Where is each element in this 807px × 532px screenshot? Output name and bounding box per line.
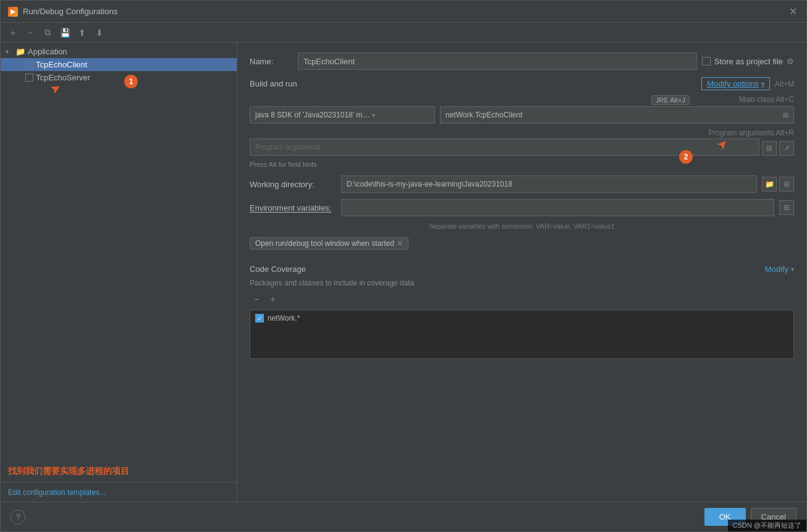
working-dir-actions: 📁 ⊞ bbox=[762, 177, 794, 192]
main-class-shortcut: Main class Alt+C bbox=[739, 95, 794, 105]
env-vars-row: Environment variables: ⊞ bbox=[250, 199, 794, 216]
tree-item-tcpechoserver[interactable]: TcpEchoServer bbox=[1, 71, 237, 84]
sdk-value: java 8 SDK of 'Java20231018' m… bbox=[255, 111, 370, 119]
modify-options-shortcut: Alt+M bbox=[775, 80, 794, 88]
coverage-modify-link[interactable]: Modify bbox=[765, 264, 788, 274]
build-run-header: Build and run Modify options ▾ Alt+M bbox=[250, 77, 794, 90]
watermark: CSDN @不能再短这了 bbox=[728, 520, 806, 531]
working-dir-browse-btn[interactable]: 📁 bbox=[762, 177, 777, 192]
bottom-bar: ? OK Cancel bbox=[1, 502, 806, 531]
program-args-expand-btn[interactable]: ⊞ bbox=[762, 141, 777, 156]
add-config-button[interactable]: + bbox=[6, 25, 20, 40]
config-tree: ▾ 📁 Application TcpEchoClient TcpEchoSer… bbox=[1, 43, 237, 461]
move-up-button[interactable]: ⬆ bbox=[75, 25, 90, 40]
gear-icon[interactable]: ⚙ bbox=[787, 57, 794, 66]
remove-config-button[interactable]: − bbox=[23, 25, 38, 40]
env-vars-input[interactable] bbox=[341, 199, 774, 216]
collapse-arrow-icon: ▾ bbox=[6, 48, 13, 55]
env-vars-label: Environment variables: bbox=[250, 203, 336, 213]
store-project-file-checkbox[interactable] bbox=[702, 57, 711, 65]
sdk-select[interactable]: java 8 SDK of 'Java20231018' m… ▾ bbox=[250, 106, 435, 124]
annotation-text: 找到我们需要实现多进程的项目 bbox=[1, 461, 237, 482]
sdk-dropdown-icon: ▾ bbox=[372, 112, 375, 119]
move-down-button[interactable]: ⬇ bbox=[92, 25, 107, 40]
program-args-shortcut-row: Program arguments Alt+R bbox=[250, 129, 794, 137]
app-icon: ▶ bbox=[8, 7, 18, 17]
open-debug-tag: Open run/debug tool window when started … bbox=[250, 237, 408, 250]
program-args-row: Program arguments ⊞ ↗ bbox=[250, 138, 794, 158]
tree-item-label-server: TcpEchoServer bbox=[36, 73, 90, 82]
toolbar: + − ⧉ 💾 ⬆ ⬇ bbox=[1, 23, 806, 43]
copy-config-button[interactable]: ⧉ bbox=[40, 25, 55, 40]
edit-templates-link[interactable]: Edit configuration templates... bbox=[8, 488, 106, 497]
env-vars-expand-btn[interactable]: ⊞ bbox=[779, 200, 794, 215]
run-debug-dialog: ▶ Run/Debug Configurations ✕ + − ⧉ 💾 ⬆ ⬇… bbox=[0, 0, 807, 532]
coverage-add-btn[interactable]: + bbox=[266, 292, 279, 306]
program-args-placeholder: Program arguments bbox=[255, 143, 321, 151]
title-bar-left: ▶ Run/Debug Configurations bbox=[8, 7, 117, 17]
working-dir-value: D:\code\this-is-my-java-ee-learning\Java… bbox=[347, 180, 512, 188]
env-vars-hint: Separate variables with semicolon: VAR=v… bbox=[250, 222, 794, 230]
name-input[interactable] bbox=[298, 53, 697, 70]
tree-group-application[interactable]: ▾ 📁 Application bbox=[1, 45, 237, 58]
main-class-field[interactable]: netWork.TcpEchoClient ⊞ bbox=[440, 106, 794, 124]
tree-item-label-client: TcpEchoClient bbox=[36, 60, 87, 69]
field-hint-text: Press Alt for field hints bbox=[250, 161, 794, 168]
left-bottom: Edit configuration templates... bbox=[1, 482, 237, 502]
build-run-title: Build and run bbox=[250, 79, 297, 88]
main-content: ▾ 📁 Application TcpEchoClient TcpEchoSer… bbox=[1, 43, 806, 502]
main-class-value: netWork.TcpEchoClient bbox=[446, 111, 523, 119]
working-dir-row: Working directory: D:\code\this-is-my-ja… bbox=[250, 175, 794, 193]
application-group-label: Application bbox=[28, 47, 67, 56]
env-vars-actions: ⊞ bbox=[779, 200, 794, 215]
shortcut-hints-row: JRE Alt+J Main class Alt+C bbox=[250, 95, 794, 105]
title-bar: ▶ Run/Debug Configurations ✕ bbox=[1, 1, 806, 23]
right-panel: Name: Store as project file ⚙ Build and … bbox=[237, 43, 806, 502]
modify-options-button[interactable]: Modify options ▾ bbox=[701, 77, 770, 90]
code-coverage-header: Code Coverage Modify ▾ bbox=[250, 264, 794, 274]
chevron-down-icon: ▾ bbox=[761, 80, 764, 87]
tag-chip-row: Open run/debug tool window when started … bbox=[250, 237, 794, 257]
save-config-button[interactable]: 💾 bbox=[57, 25, 72, 40]
open-debug-label: Open run/debug tool window when started bbox=[255, 239, 394, 248]
expand-icon[interactable]: ⊞ bbox=[783, 111, 788, 119]
code-coverage-title: Code Coverage bbox=[250, 264, 306, 274]
coverage-item-label: netWork.* bbox=[268, 314, 300, 323]
code-coverage-section: Code Coverage Modify ▾ Packages and clas… bbox=[250, 264, 794, 359]
coverage-actions: − + bbox=[250, 292, 794, 306]
working-dir-label: Working directory: bbox=[250, 180, 336, 189]
config-checkbox-server[interactable] bbox=[25, 74, 33, 82]
working-dir-expand-btn[interactable]: ⊞ bbox=[779, 177, 794, 192]
sdk-main-class-row: java 8 SDK of 'Java20231018' m… ▾ netWor… bbox=[250, 106, 794, 124]
working-dir-input[interactable]: D:\code\this-is-my-java-ee-learning\Java… bbox=[341, 175, 757, 193]
name-row: Name: Store as project file ⚙ bbox=[250, 53, 794, 70]
left-panel: ▾ 📁 Application TcpEchoClient TcpEchoSer… bbox=[1, 43, 237, 502]
folder-icon: 📁 bbox=[15, 47, 25, 56]
help-button[interactable]: ? bbox=[11, 510, 25, 525]
modify-options-label: Modify options bbox=[707, 79, 759, 88]
jre-badge: JRE Alt+J bbox=[651, 95, 690, 105]
name-label: Name: bbox=[250, 57, 293, 66]
config-checkbox-client[interactable] bbox=[25, 61, 33, 69]
program-args-shortcut: Program arguments Alt+R bbox=[709, 129, 794, 137]
coverage-item: ✓ netWork.* bbox=[253, 313, 791, 324]
coverage-subtitle: Packages and classes to include in cover… bbox=[250, 279, 794, 287]
coverage-dropdown-icon: ▾ bbox=[791, 266, 794, 272]
coverage-remove-btn[interactable]: − bbox=[250, 292, 263, 306]
tree-item-tcpechoclient[interactable]: TcpEchoClient bbox=[1, 58, 237, 71]
close-button[interactable]: ✕ bbox=[787, 6, 799, 18]
program-args-open-btn[interactable]: ↗ bbox=[779, 141, 794, 156]
store-label: Store as project file bbox=[714, 57, 783, 66]
tag-close-button[interactable]: ✕ bbox=[397, 239, 403, 248]
coverage-item-checkbox[interactable]: ✓ bbox=[255, 314, 264, 323]
dialog-title: Run/Debug Configurations bbox=[23, 7, 117, 16]
program-args-input[interactable]: Program arguments bbox=[250, 138, 759, 156]
coverage-list: ✓ netWork.* bbox=[250, 310, 794, 359]
store-checkbox-area: Store as project file ⚙ bbox=[702, 57, 794, 66]
